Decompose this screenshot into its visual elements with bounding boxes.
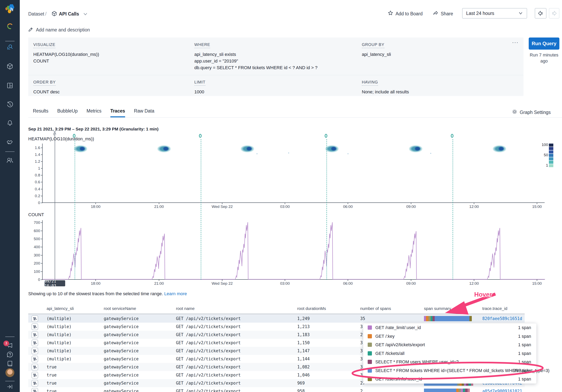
hover-annotation-label: Hover: [474, 291, 492, 298]
dataset-chevron-down-icon[interactable]: [83, 12, 88, 17]
table-cell: true: [47, 365, 57, 370]
run-query-button[interactable]: Run Query: [529, 37, 559, 50]
add-name-description-button[interactable]: Add name and description: [28, 27, 90, 33]
docs-book-icon[interactable]: [0, 359, 20, 368]
y-tick-label: 0.2: [35, 194, 40, 198]
open-trace-button[interactable]: [32, 356, 38, 362]
open-trace-button[interactable]: [32, 340, 38, 346]
where-label: WHERE: [194, 42, 210, 48]
open-trace-button[interactable]: [32, 348, 38, 354]
column-header-root-servicename[interactable]: root serviceName: [104, 306, 136, 311]
time-range-select[interactable]: Last 24 hours: [462, 8, 527, 19]
legend-swatch: [549, 150, 553, 154]
trace-id-link[interactable]: 820faee589c1651d: [482, 316, 522, 321]
order-by-section[interactable]: ORDER BY COUNT desc: [33, 80, 191, 95]
column-header-api-latency-sli[interactable]: api_latency_sli: [47, 306, 74, 311]
query-clause[interactable]: COUNT: [33, 58, 191, 64]
visualize-section[interactable]: VISUALIZE HEATMAP(LOG10(duration_ms))COU…: [33, 42, 191, 64]
x-tick-label: 09:00: [406, 281, 416, 286]
sidebar-item-slos[interactable]: [0, 138, 20, 146]
add-to-board-button[interactable]: Add to Board: [388, 11, 422, 17]
sidebar-item-query[interactable]: [0, 43, 20, 52]
sidebar-item-team[interactable]: [0, 156, 20, 165]
limit-section[interactable]: LIMIT 1000: [194, 80, 356, 95]
open-trace-button[interactable]: [32, 380, 38, 387]
trace-marker-diamond[interactable]: [325, 134, 327, 138]
open-trace-button[interactable]: [32, 364, 38, 370]
trace-id-link[interactable]: a05d7e9009161021: [482, 389, 522, 392]
column-header-trace-trace-id[interactable]: trace.trace_id: [482, 306, 507, 311]
query-clause[interactable]: api_latency_sli: [362, 51, 503, 58]
span-summary-bar[interactable]: [424, 316, 473, 321]
query-clause[interactable]: 1000: [194, 89, 356, 95]
sidebar-item-boards[interactable]: [0, 81, 20, 90]
query-clause[interactable]: api_latency_sli exists: [194, 51, 356, 58]
table-cell: 1,082: [297, 365, 310, 370]
announcements-megaphone-icon[interactable]: [0, 341, 20, 350]
open-trace-button[interactable]: [32, 372, 38, 379]
query-clause[interactable]: db.query = SELECT * FROM tickets WHERE i…: [194, 64, 356, 71]
breadcrumb-dataset-name[interactable]: API Calls: [59, 11, 79, 17]
sidebar-item-history[interactable]: [0, 100, 20, 109]
table-row[interactable]: truegatewayServiceGET /api/v2/tickets/ex…: [28, 387, 525, 392]
trace-waterfall-icon: [33, 373, 37, 378]
column-header-root-durationms[interactable]: root durationMs: [297, 306, 326, 311]
tab-raw-data[interactable]: Raw Data: [134, 108, 154, 117]
count-chart[interactable]: 700600500400300200100018:0021:00Wed Sep …: [42, 220, 545, 280]
sidebar-item-triggers[interactable]: [0, 119, 20, 127]
x-tick-label: Wed Sep 22: [212, 204, 233, 209]
share-button[interactable]: Share: [433, 11, 453, 17]
table-cell: gatewayService: [104, 332, 139, 337]
breadcrumb-root[interactable]: Dataset: [28, 11, 44, 17]
heatmap-cluster: [409, 146, 422, 152]
query-clause[interactable]: HEATMAP(LOG10(duration_ms)): [33, 51, 191, 58]
column-header-number-of-spans[interactable]: number of spans: [360, 306, 391, 311]
where-section[interactable]: WHERE api_latency_sli existsapp.user_id …: [194, 42, 356, 71]
column-header-root-name[interactable]: root name: [176, 306, 195, 311]
query-history-back-button[interactable]: [535, 8, 547, 19]
table-cell: gatewayService: [104, 389, 139, 392]
tooltip-span-count: 1 span: [518, 377, 531, 382]
tooltip-span-count: 1 span: [518, 334, 531, 339]
query-options-ellipsis-button[interactable]: ...: [512, 38, 519, 44]
tab-traces[interactable]: Traces: [110, 108, 125, 117]
tab-results[interactable]: Results: [33, 108, 48, 117]
table-cell: 958: [297, 389, 305, 392]
open-trace-button[interactable]: [32, 332, 38, 338]
heatmap-chart[interactable]: 1.61.41.210.80.60.40.2018:0021:00Wed Sep…: [42, 144, 545, 203]
query-builder-panel[interactable]: VISUALIZE HEATMAP(LOG10(duration_ms))COU…: [28, 37, 524, 96]
share-icon: [433, 11, 438, 17]
sidebar-item-datasets[interactable]: [0, 62, 20, 71]
query-history-forward-button[interactable]: [549, 8, 559, 19]
trace-marker-diamond[interactable]: [451, 134, 453, 138]
user-avatar[interactable]: [5, 368, 14, 377]
table-cell: GET /api/v2/tickets/export: [176, 365, 241, 370]
open-trace-button[interactable]: [32, 315, 38, 322]
open-trace-button[interactable]: [32, 388, 38, 392]
query-clause[interactable]: COUNT desc: [33, 89, 191, 95]
add-name-description-label: Add name and description: [36, 27, 90, 33]
help-icon[interactable]: [0, 350, 20, 359]
query-clause[interactable]: app.user_id = "20109": [194, 58, 356, 64]
y-tick-label: 0: [38, 201, 40, 205]
graph-settings-button[interactable]: Graph Settings: [512, 109, 551, 116]
usage-ring-icon[interactable]: [0, 22, 20, 31]
table-cell: gatewayService: [104, 373, 139, 378]
table-row[interactable]: (multiple)gatewayServiceGET /api/v2/tick…: [28, 314, 525, 323]
y-tick-label: 400: [34, 245, 40, 249]
open-trace-button[interactable]: [32, 324, 38, 330]
group-by-section[interactable]: GROUP BY api_latency_sli: [362, 42, 503, 58]
span-summary-bar[interactable]: [424, 389, 473, 392]
tab-bubbleup[interactable]: BubbleUp: [57, 108, 78, 117]
tooltip-row: GET /rate_limit/:user_id1 span: [363, 324, 536, 332]
having-section[interactable]: HAVING None; include all results: [362, 80, 503, 95]
column-header-span-summary[interactable]: span summary: [424, 306, 451, 311]
honeycomb-logo[interactable]: h: [5, 4, 15, 14]
collapse-sidebar-icon[interactable]: [0, 383, 20, 391]
query-clause[interactable]: None; include all results: [362, 89, 503, 95]
trace-marker-diamond[interactable]: [199, 134, 202, 138]
table-cell: 1,147: [297, 348, 310, 353]
tooltip-row: SELECT * FROM users WHERE user_id=?1 spa…: [363, 358, 536, 366]
learn-more-link[interactable]: Learn more: [164, 291, 187, 296]
tab-metrics[interactable]: Metrics: [87, 108, 102, 117]
